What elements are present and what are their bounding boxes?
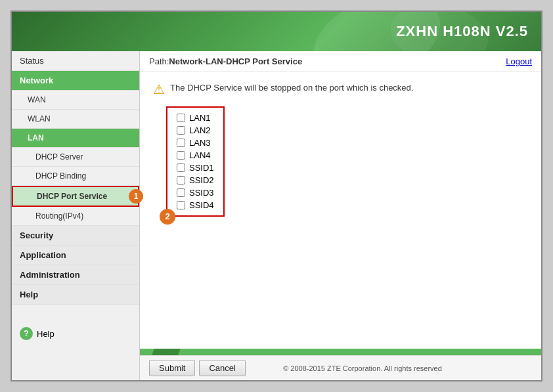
- checkbox-lan1[interactable]: [177, 114, 185, 122]
- content-area: Status Network WAN WLAN LAN DHCP Server …: [12, 51, 541, 380]
- checkbox-row-lan2: LAN2: [177, 125, 214, 135]
- sidebar-item-security[interactable]: Security: [12, 226, 139, 246]
- checkbox-lan3[interactable]: [177, 139, 185, 147]
- sidebar-item-administration[interactable]: Administration: [12, 265, 139, 285]
- checkbox-lan4[interactable]: [177, 151, 185, 160]
- warning-text: The DHCP Service will be stopped on the …: [170, 83, 413, 93]
- label-lan1: LAN1: [189, 113, 211, 123]
- sidebar-item-lan[interactable]: LAN: [12, 129, 139, 148]
- logout-link[interactable]: Logout: [506, 56, 532, 66]
- sidebar-item-dhcp-port-service[interactable]: DHCP Port Service 1: [12, 186, 139, 207]
- footer-stripe-2: [165, 349, 181, 355]
- checkbox-row-ssid4: SSID4: [177, 200, 214, 210]
- checkbox-ssid4[interactable]: [177, 201, 185, 209]
- label-ssid2: SSID2: [189, 175, 214, 185]
- sidebar-item-help[interactable]: Help: [12, 285, 139, 305]
- header: ZXHN H108N V2.5: [12, 12, 541, 51]
- checkbox-ssid2[interactable]: [177, 176, 185, 185]
- sidebar-item-dhcp-binding[interactable]: DHCP Binding: [12, 167, 139, 186]
- help-icon: ?: [20, 327, 33, 340]
- warning-bar: ⚠ The DHCP Service will be stopped on th…: [153, 83, 528, 96]
- cancel-button[interactable]: Cancel: [199, 360, 245, 376]
- checkbox-row-ssid2: SSID2: [177, 175, 214, 185]
- main-window: ZXHN H108N V2.5 Status Network WAN WLAN …: [11, 11, 542, 381]
- sidebar-item-wlan[interactable]: WLAN: [12, 110, 139, 129]
- button-row: Submit Cancel: [149, 360, 246, 376]
- label-ssid4: SSID4: [189, 200, 214, 210]
- label-ssid1: SSID1: [189, 163, 214, 173]
- sidebar-item-dhcp-server[interactable]: DHCP Server: [12, 148, 139, 167]
- sidebar-item-wan[interactable]: WAN: [12, 91, 139, 110]
- checkbox-ssid3[interactable]: [177, 188, 185, 197]
- main-panel: Path:Network-LAN-DHCP Port Service Logou…: [140, 51, 541, 380]
- checkbox-ssid1[interactable]: [177, 163, 185, 172]
- submit-button[interactable]: Submit: [149, 360, 195, 376]
- checkbox-row-ssid1: SSID1: [177, 163, 214, 173]
- app-title: ZXHN H108N V2.5: [396, 23, 528, 40]
- label-lan3: LAN3: [189, 138, 211, 148]
- breadcrumb: Path:Network-LAN-DHCP Port Service: [149, 56, 302, 66]
- main-content: ⚠ The DHCP Service will be stopped on th…: [140, 72, 541, 349]
- checkbox-container: LAN1 LAN2 LAN3 LAN4: [166, 106, 225, 217]
- badge-2: 2: [160, 209, 175, 225]
- sidebar-item-network[interactable]: Network: [12, 71, 139, 91]
- sidebar-help-bottom: ? Help: [12, 323, 139, 344]
- sidebar-item-application[interactable]: Application: [12, 246, 139, 265]
- checkbox-row-lan1: LAN1: [177, 113, 214, 123]
- label-lan2: LAN2: [189, 125, 211, 135]
- label-ssid3: SSID3: [189, 188, 214, 198]
- sidebar-item-status[interactable]: Status: [12, 51, 139, 71]
- checkbox-row-lan3: LAN3: [177, 138, 214, 148]
- warning-icon: ⚠: [153, 83, 165, 96]
- checkbox-row-ssid3: SSID3: [177, 188, 214, 198]
- sidebar-item-routing[interactable]: Routing(IPv4): [12, 207, 139, 226]
- path-bar: Path:Network-LAN-DHCP Port Service Logou…: [140, 51, 541, 72]
- badge-1: 1: [129, 189, 143, 204]
- footer-stripe-bar: [140, 349, 541, 355]
- checkbox-lan2[interactable]: [177, 126, 185, 135]
- bottom-bar: Submit Cancel © 2008-2015 ZTE Corporatio…: [140, 355, 541, 380]
- label-lan4: LAN4: [189, 150, 211, 160]
- checkbox-row-lan4: LAN4: [177, 150, 214, 160]
- copyright: © 2008-2015 ZTE Corporation. All rights …: [246, 364, 479, 372]
- sidebar: Status Network WAN WLAN LAN DHCP Server …: [12, 51, 140, 380]
